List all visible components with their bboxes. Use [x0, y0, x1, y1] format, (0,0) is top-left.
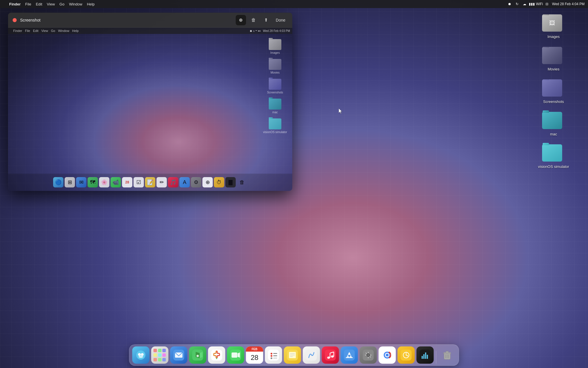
- menubar-left: Finder File Edit View Go Window Help: [3, 2, 94, 6]
- desktop-folder-images-label: Images: [548, 34, 560, 39]
- dock-mail[interactable]: [170, 346, 187, 364]
- svg-point-0: [136, 350, 146, 360]
- delete-button[interactable]: 🗑: [248, 15, 259, 25]
- inner-folder-movies-label: Movies: [270, 71, 280, 74]
- svg-rect-31: [344, 350, 355, 361]
- controlcenter-icon: ⊟: [545, 2, 549, 6]
- inner-folder-mac[interactable]: mac: [258, 96, 292, 116]
- images-folder-icon: 🖼: [542, 14, 565, 33]
- inner-datetime: Wed 28 Feb 4:03 PM: [263, 29, 290, 32]
- inner-menubar-right: ⏺ ↻ ☁ ▮▮ Wed 28 Feb 4:03 PM: [249, 29, 290, 32]
- dock-istatmenus[interactable]: [417, 346, 434, 364]
- menubar-view[interactable]: View: [47, 2, 55, 6]
- inner-dock-systemprefs: ⚙: [191, 177, 201, 187]
- svg-point-1: [138, 353, 141, 356]
- svg-rect-47: [423, 354, 425, 359]
- inner-dock-chrome: ⊕: [202, 177, 213, 187]
- svg-point-13: [271, 353, 272, 354]
- inner-folder-images[interactable]: Images: [258, 37, 292, 57]
- menubar-edit[interactable]: Edit: [36, 2, 42, 6]
- svg-point-7: [197, 355, 199, 357]
- screenshot-content: Finder File Edit View Go Window Help ⏺ ↻…: [8, 28, 292, 191]
- inner-dock-launchpad: ⊞: [65, 177, 75, 187]
- svg-point-15: [271, 355, 272, 357]
- inner-file: File: [25, 29, 30, 32]
- inner-dock-music: 🎵: [168, 177, 178, 187]
- main-dock: FEB 28: [129, 344, 459, 366]
- menubar-file[interactable]: File: [25, 2, 31, 6]
- inner-dock-photos: 🌸: [99, 177, 109, 187]
- svg-point-3: [139, 356, 143, 358]
- desktop-folder-mac[interactable]: mac: [531, 109, 577, 139]
- dock-reminders[interactable]: [265, 346, 282, 364]
- svg-rect-14: [273, 353, 277, 354]
- svg-point-17: [271, 357, 272, 359]
- inner-help: Help: [72, 29, 79, 32]
- svg-rect-18: [273, 358, 277, 359]
- dock-notes[interactable]: [284, 346, 301, 364]
- desktop-folder-visionos-label: visionOS simulator: [538, 164, 569, 169]
- svg-marker-11: [238, 352, 240, 358]
- desktop-folder-screenshots[interactable]: Screenshots: [531, 76, 577, 107]
- inner-folder-screenshots[interactable]: Screenshots: [258, 76, 292, 96]
- inner-folder-movies[interactable]: Movies: [258, 57, 292, 76]
- svg-rect-10: [232, 352, 237, 358]
- svg-rect-46: [422, 356, 423, 359]
- menubar-go[interactable]: Go: [59, 2, 64, 6]
- inner-icons: ⏺ ↻ ☁ ▮▮: [249, 29, 260, 32]
- inner-dock-timing: ⏱: [214, 177, 224, 187]
- svg-rect-52: [446, 351, 449, 353]
- mac-folder-icon: [542, 112, 565, 130]
- inner-view: View: [41, 29, 48, 32]
- done-button[interactable]: Done: [274, 17, 288, 24]
- dock-finder[interactable]: [132, 346, 150, 364]
- svg-point-2: [141, 353, 144, 356]
- dock-music[interactable]: [322, 346, 339, 364]
- inner-window: Window: [58, 29, 69, 32]
- inner-edit: Edit: [33, 29, 38, 32]
- inner-folder-visionos[interactable]: visionOS simulator: [258, 116, 292, 136]
- menubar-app-name[interactable]: Finder: [9, 2, 21, 6]
- desktop-folder-movies[interactable]: Movies: [531, 44, 577, 74]
- dock-freeform[interactable]: [303, 346, 320, 364]
- inner-folder-screenshots-label: Screenshots: [267, 91, 283, 94]
- inner-dock-calendar: 28: [122, 177, 132, 187]
- inner-dock-freeform: ✏: [156, 177, 167, 187]
- wifi-icon: WiFi: [537, 2, 542, 6]
- desktop-folder-movies-label: Movies: [548, 67, 559, 71]
- menubar-help[interactable]: Help: [87, 2, 95, 6]
- screenshot-title: Screenshot: [20, 18, 236, 22]
- dock-trash[interactable]: [439, 346, 456, 364]
- inner-dock-trash: 🗑: [237, 177, 247, 187]
- dock-container: FEB 28: [129, 344, 459, 366]
- window-close-button[interactable]: [13, 18, 17, 22]
- share-button[interactable]: ⬆: [261, 15, 271, 25]
- dock-systemprefs[interactable]: [360, 346, 377, 364]
- inner-menubar: Finder File Edit View Go Window Help ⏺ ↻…: [8, 28, 292, 34]
- svg-point-27: [331, 355, 334, 358]
- desktop-folder-visionos[interactable]: visionOS simulator: [531, 141, 577, 172]
- dock-photos[interactable]: [208, 346, 225, 364]
- desktop-folder-images[interactable]: 🖼 Images: [531, 12, 577, 42]
- inner-dock-reminders: ☑: [134, 177, 144, 187]
- dock-timing[interactable]: [398, 346, 415, 364]
- visionos-folder-icon: [542, 144, 565, 163]
- screenshot-sidebar-folders: Images Movies Screenshots: [258, 34, 292, 139]
- dock-calendar[interactable]: FEB 28: [246, 346, 263, 364]
- menubar-window[interactable]: Window: [69, 2, 82, 6]
- desktop-folder-mac-label: mac: [550, 132, 557, 136]
- movies-folder-icon: [542, 47, 565, 65]
- dock-appstore[interactable]: [341, 346, 358, 364]
- dock-launchpad[interactable]: [151, 346, 169, 364]
- battery-icon: ▮▮▮: [530, 2, 534, 6]
- svg-rect-48: [425, 352, 426, 359]
- dock-chrome[interactable]: [379, 346, 396, 364]
- inner-folder-mac-label: mac: [272, 111, 278, 114]
- markup-button[interactable]: ⊕: [236, 15, 246, 25]
- toolbar-actions: ⊕ 🗑 ⬆ Done: [236, 15, 288, 25]
- dock-facetime[interactable]: [227, 346, 244, 364]
- desktop-folder-screenshots-label: Screenshots: [543, 99, 564, 104]
- dock-maps[interactable]: [189, 346, 206, 364]
- dock-separator: [436, 351, 436, 364]
- inner-dock-finder: 🔵: [53, 177, 63, 187]
